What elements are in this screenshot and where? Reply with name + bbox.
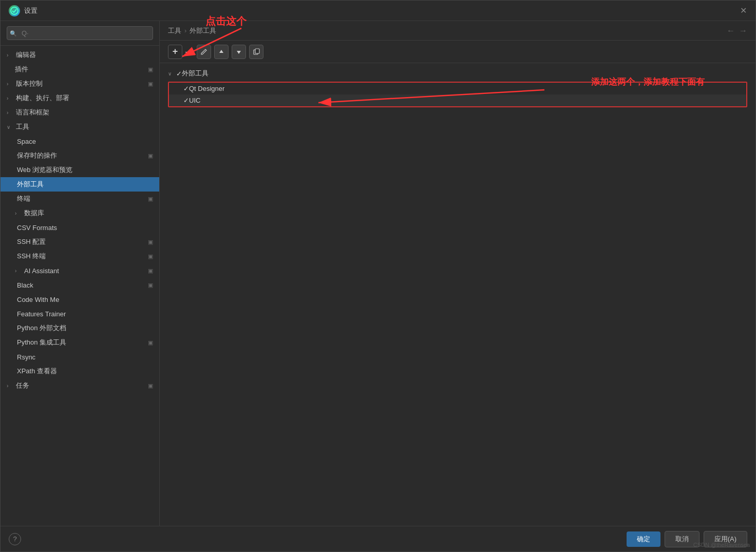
search-box	[1, 21, 159, 46]
sidebar-item-external-tools[interactable]: 外部工具	[1, 177, 159, 192]
sidebar-item-database[interactable]: › 数据库	[1, 206, 159, 220]
svg-point-0	[11, 7, 18, 14]
chevron-right-icon: ›	[7, 110, 15, 116]
chevron-down-icon: ∨	[7, 124, 15, 130]
sidebar-item-xpath[interactable]: XPath 查看器	[1, 364, 159, 378]
breadcrumb-part1: 工具	[168, 26, 181, 35]
sidebar-item-terminal[interactable]: 终端 ▣	[1, 192, 159, 206]
sidebar-item-label: 插件	[15, 65, 28, 74]
search-input[interactable]	[7, 26, 153, 40]
chevron-right-icon: ›	[7, 52, 15, 58]
settings-window: 设置 ✕ › 编辑器 插件 ▣	[0, 0, 756, 552]
sidebar-item-label: 工具	[16, 122, 29, 131]
uic-checkbox[interactable]: ✓	[183, 97, 189, 104]
sidebar-item-label: Rsync	[17, 353, 35, 361]
sidebar-item-label: Space	[17, 138, 36, 145]
sidebar-item-ai[interactable]: › AI Assistant ▣	[1, 263, 159, 278]
close-button[interactable]: ✕	[739, 7, 747, 15]
forward-button[interactable]: →	[739, 26, 747, 35]
minus-button[interactable]: —	[185, 47, 194, 56]
sidebar-item-label: Code With Me	[17, 296, 59, 303]
sidebar-item-ssh-config[interactable]: SSH 配置 ▣	[1, 235, 159, 249]
chevron-right-icon: ›	[7, 383, 15, 389]
sidebar-item-editor[interactable]: › 编辑器	[1, 48, 159, 62]
qt-designer-label: Qt Designer	[189, 85, 224, 92]
sidebar-item-label: AI Assistant	[24, 267, 59, 275]
tree-root-label: 外部工具	[182, 69, 209, 78]
sidebar-item-label: SSH 配置	[17, 237, 46, 246]
sidebar-item-python-tools[interactable]: Python 集成工具 ▣	[1, 335, 159, 350]
sidebar-item-lang[interactable]: › 语言和框架	[1, 105, 159, 120]
sidebar-item-plugins[interactable]: 插件 ▣	[1, 62, 159, 77]
sidebar-item-features-trainer[interactable]: Features Trainer	[1, 307, 159, 321]
tree-group: ✓ Qt Designer ✓ UIC	[168, 82, 747, 107]
confirm-button[interactable]: 确定	[627, 531, 660, 547]
sidebar-item-label: 终端	[17, 194, 30, 203]
sidebar-nav: › 编辑器 插件 ▣ › 版本控制 ▣ › 构建、执行、	[1, 46, 159, 526]
app-icon	[9, 5, 20, 16]
content-area: 工具 › 外部工具 ← → + —	[160, 21, 755, 526]
sidebar-item-label: 编辑器	[16, 50, 36, 60]
sidebar-item-tasks[interactable]: › 任务 ▣	[1, 378, 159, 393]
badge-icon: ▣	[148, 383, 153, 389]
tree-panel: ∨ ✓ 外部工具 ✓ Qt Designer ✓	[160, 63, 755, 526]
toolbar: + —	[160, 41, 755, 63]
badge-icon: ▣	[148, 81, 153, 87]
chevron-right-icon: ›	[7, 96, 15, 101]
breadcrumb-sep: ›	[184, 27, 186, 34]
svg-rect-2	[255, 49, 259, 53]
bottom-bar: ? 确定 取消 应用(A)	[1, 526, 755, 551]
sidebar-item-black[interactable]: Black ▣	[1, 278, 159, 292]
qt-designer-checkbox[interactable]: ✓	[183, 85, 189, 92]
sidebar-item-browser[interactable]: Web 浏览器和预览	[1, 163, 159, 177]
sidebar-item-space[interactable]: Space	[1, 134, 159, 148]
sidebar-item-label: Web 浏览器和预览	[17, 165, 72, 175]
badge-icon: ▣	[148, 66, 153, 73]
sidebar-item-label: 任务	[16, 381, 29, 390]
add-button[interactable]: +	[168, 45, 182, 59]
badge-icon: ▣	[148, 268, 153, 274]
root-checkbox[interactable]: ✓	[176, 70, 182, 78]
back-button[interactable]: ←	[727, 26, 735, 35]
copy-button[interactable]	[249, 45, 263, 59]
help-button[interactable]: ?	[9, 533, 21, 545]
sidebar-item-label: 数据库	[24, 208, 44, 218]
sidebar-item-label: Features Trainer	[17, 310, 66, 318]
watermark: CSDN @theRavensea	[693, 542, 750, 548]
badge-icon: ▣	[148, 253, 153, 260]
sidebar-item-label: Black	[17, 281, 33, 289]
window-title: 设置	[24, 6, 37, 15]
chevron-right-icon: ›	[7, 81, 15, 87]
nav-arrows: ← →	[727, 26, 747, 35]
sidebar-item-label: Python 集成工具	[17, 338, 66, 347]
titlebar: 设置 ✕	[1, 1, 755, 21]
sidebar-item-label: CSV Formats	[17, 224, 57, 232]
edit-button[interactable]	[197, 45, 211, 59]
chevron-right-icon: ›	[15, 268, 23, 274]
sidebar-item-ssh-terminal[interactable]: SSH 终端 ▣	[1, 249, 159, 263]
sidebar-item-label: 版本控制	[16, 79, 43, 88]
sidebar-item-label: 构建、执行、部署	[16, 93, 69, 103]
sidebar-item-label: Python 外部文档	[17, 323, 66, 333]
sidebar-item-python-docs[interactable]: Python 外部文档	[1, 321, 159, 335]
move-up-button[interactable]	[214, 45, 229, 59]
sidebar-item-build[interactable]: › 构建、执行、部署	[1, 91, 159, 105]
sidebar-item-tools[interactable]: ∨ 工具	[1, 120, 159, 134]
sidebar: › 编辑器 插件 ▣ › 版本控制 ▣ › 构建、执行、	[1, 21, 160, 526]
sidebar-item-label: 语言和框架	[16, 108, 49, 117]
sidebar-item-code-with-me[interactable]: Code With Me	[1, 292, 159, 307]
move-down-button[interactable]	[232, 45, 246, 59]
sidebar-item-label: 外部工具	[17, 180, 44, 189]
badge-icon: ▣	[148, 282, 153, 289]
badge-icon: ▣	[148, 196, 153, 202]
search-wrapper	[7, 26, 153, 40]
sidebar-item-rsync[interactable]: Rsync	[1, 350, 159, 364]
sidebar-item-csv[interactable]: CSV Formats	[1, 220, 159, 235]
sidebar-item-label: XPath 查看器	[17, 367, 57, 376]
badge-icon: ▣	[148, 239, 153, 245]
sidebar-item-label: 保存时的操作	[17, 151, 57, 160]
uic-label: UIC	[189, 97, 200, 104]
sidebar-item-save-actions[interactable]: 保存时的操作 ▣	[1, 148, 159, 163]
sidebar-item-vcs[interactable]: › 版本控制 ▣	[1, 77, 159, 91]
chevron-right-icon: ›	[15, 211, 23, 216]
